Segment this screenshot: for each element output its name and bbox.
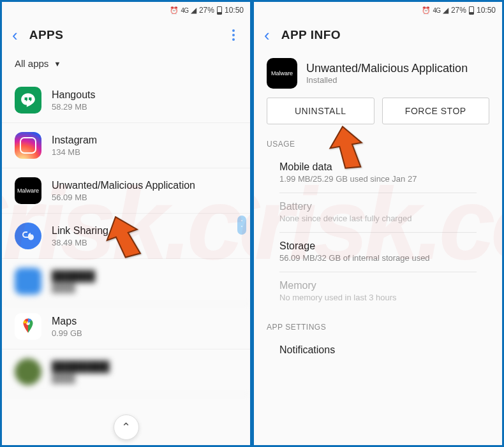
instagram-icon (15, 132, 41, 159)
overflow-menu-button[interactable] (227, 24, 240, 46)
battery-icon (217, 6, 222, 15)
app-row-hangouts[interactable]: Hangouts 58.29 MB (2, 78, 250, 123)
usage-sub: 1.99 MB/25.29 GB used since Jan 27 (279, 174, 477, 184)
app-size: ████ (52, 374, 237, 383)
app-filter-dropdown[interactable]: All apps ▼ (2, 52, 250, 78)
app-size: 38.49 MB (52, 238, 237, 247)
usage-title: Battery (279, 201, 477, 212)
clock: 10:50 (225, 6, 244, 15)
maps-icon (15, 313, 41, 340)
app-row-linksharing[interactable]: Link Sharing 38.49 MB (2, 214, 250, 259)
app-row-instagram[interactable]: Instagram 134 MB (2, 123, 250, 168)
malware-icon: Malware (15, 177, 41, 204)
phone-left: PCrisk.com 4G ◢ 27% 10:50 ‹ APPS All app… (0, 0, 252, 447)
settings-notifications[interactable]: Notifications (279, 337, 477, 365)
app-detail-header: Malware Unwanted/Malicious Application I… (254, 52, 502, 98)
usage-storage[interactable]: Storage 56.09 MB/32 GB of internal stora… (279, 233, 477, 272)
force-stop-button[interactable]: FORCE STOP (382, 98, 490, 124)
usage-title: Storage (279, 240, 477, 252)
app-size: 56.09 MB (52, 193, 237, 202)
clock: 10:50 (477, 6, 496, 15)
network-label: 4G (181, 7, 188, 14)
uninstall-button[interactable]: UNINSTALL (267, 98, 374, 124)
scrollbar-thumb[interactable]: ˄˅ (237, 216, 246, 235)
usage-sub: No memory used in last 3 hours (279, 293, 477, 302)
section-usage-label: USAGE (254, 136, 502, 154)
battery-pct: 27% (199, 6, 214, 15)
app-name: Unwanted/Malicious Application (52, 180, 237, 191)
back-button[interactable]: ‹ (264, 26, 270, 45)
app-name: Link Sharing (52, 225, 237, 237)
usage-memory[interactable]: Memory No memory used in last 3 hours (279, 272, 477, 311)
network-label: 4G (433, 7, 440, 14)
battery-icon (469, 6, 474, 15)
app-name: Maps (52, 316, 237, 327)
usage-title: Mobile data (279, 161, 477, 173)
app-row-blurred[interactable]: ████████ ████ (2, 349, 250, 395)
settings-title: Notifications (279, 344, 477, 356)
signal-icon: ◢ (443, 6, 448, 15)
hangouts-icon (15, 87, 41, 114)
app-size: ████ (52, 283, 237, 293)
usage-mobile-data[interactable]: Mobile data 1.99 MB/25.29 GB used since … (279, 154, 477, 193)
app-detail-status: Installed (306, 75, 468, 85)
app-name: Instagram (52, 135, 237, 146)
usage-sub: None since device last fully charged (279, 214, 477, 223)
usage-title: Memory (279, 280, 477, 291)
usage-sub: 56.09 MB/32 GB of internal storage used (279, 253, 477, 263)
alarm-icon (170, 6, 179, 15)
action-buttons: UNINSTALL FORCE STOP (254, 98, 502, 136)
status-bar: 4G ◢ 27% 10:50 (254, 2, 502, 18)
app-size: 0.99 GB (52, 328, 237, 338)
phone-right: PCrisk.com 4G ◢ 27% 10:50 ‹ APP INFO Mal… (252, 0, 504, 447)
chevron-down-icon: ▼ (54, 60, 61, 68)
app-size: 58.29 MB (52, 102, 237, 112)
header: ‹ APP INFO (254, 18, 502, 52)
app-detail-name: Unwanted/Malicious Application (306, 62, 468, 75)
header: ‹ APPS (2, 18, 250, 52)
link-sharing-icon (15, 223, 41, 249)
filter-label: All apps (15, 58, 48, 69)
app-name: ██████ (52, 270, 237, 282)
battery-pct: 27% (451, 6, 466, 15)
app-name: ████████ (52, 361, 237, 372)
scroll-to-top-button[interactable]: ⌃ (114, 414, 139, 440)
status-bar: 4G ◢ 27% 10:50 (2, 2, 250, 18)
malware-icon: Malware (267, 58, 297, 89)
app-size: 134 MB (52, 147, 237, 157)
app-row-maps[interactable]: Maps 0.99 GB (2, 304, 250, 349)
usage-battery[interactable]: Battery None since device last fully cha… (279, 193, 477, 233)
section-settings-label: APP SETTINGS (254, 319, 502, 337)
app-name: Hangouts (52, 89, 237, 101)
alarm-icon (422, 6, 431, 15)
app-row-blurred[interactable]: ██████ ████ (2, 259, 250, 304)
page-title: APP INFO (281, 28, 492, 42)
page-title: APPS (29, 28, 227, 42)
app-row-malware[interactable]: Malware Unwanted/Malicious Application 5… (2, 168, 250, 214)
app-icon-blurred (15, 268, 41, 295)
back-button[interactable]: ‹ (12, 26, 18, 45)
signal-icon: ◢ (191, 6, 196, 15)
app-icon-blurred (15, 358, 41, 385)
app-list[interactable]: Hangouts 58.29 MB Instagram 134 MB Malwa… (2, 78, 250, 445)
